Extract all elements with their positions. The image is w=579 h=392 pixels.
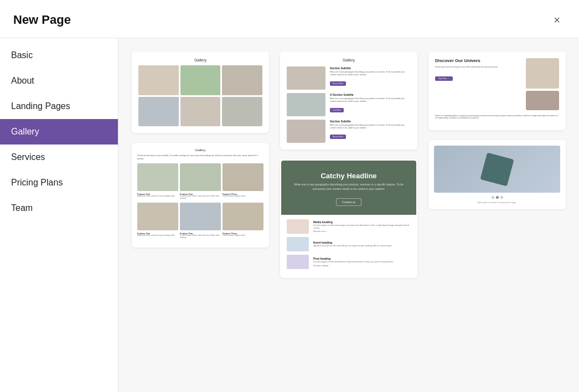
feature-desc-1: Adapt these three columns to fit your de…: [137, 195, 178, 198]
sidebar-item-team[interactable]: Team: [0, 195, 118, 221]
side-text-1: Section Subtitle Write one or two paragr…: [330, 66, 411, 86]
gallery-sidelist-title: Gallery: [287, 58, 411, 62]
object-main-image: [434, 146, 560, 193]
sidebar-item-pricing-plans[interactable]: Pricing Plans: [0, 170, 118, 195]
template-card-gallery-sidelist[interactable]: Gallery Section Subtitle Write one or tw…: [280, 51, 417, 149]
object-dot-1: [492, 196, 494, 199]
catchy-list-link-1[interactable]: Discover more →: [313, 230, 411, 233]
gallery-cell-1: [138, 65, 179, 95]
side-image-1: [287, 66, 325, 90]
universe-sub: Great stories are for everyone even when…: [435, 66, 523, 69]
catchy-list-desc-2: Speakers from all over the world will jo…: [313, 245, 411, 247]
side-text-3: Section Subtitle Write one or two paragr…: [330, 120, 411, 140]
sidebar-item-landing-pages[interactable]: Landing Pages: [0, 94, 118, 119]
side-image-2: [287, 93, 325, 116]
gallery-cell-5: [180, 97, 221, 127]
universe-inner: Discover Our Univers Great stories are f…: [430, 53, 565, 129]
catchy-hero: Catchy Headline Write one or two paragra…: [281, 161, 416, 215]
template-column-2: Gallery Section Subtitle Write one or tw…: [280, 51, 417, 278]
template-column-1: Gallery Gallery: [132, 51, 269, 247]
side-desc-1: Write one or two paragraphs describing y…: [330, 71, 411, 76]
close-button[interactable]: ×: [548, 11, 566, 29]
object-inner: Add a caption to enhance the meaning of …: [430, 141, 565, 208]
catchy-list-item-3: Post heading Use this snippet to add a f…: [287, 255, 411, 269]
object-shape: [480, 152, 514, 186]
catchy-list-text-3: Post heading Use this snippet to add a f…: [313, 257, 411, 267]
sidebar-item-gallery[interactable]: Gallery: [0, 119, 118, 145]
gallery-cell-6: [222, 97, 262, 127]
feature-desc-2: To add a fourth column, reduce the size …: [180, 195, 221, 200]
object-dot-2: [496, 196, 499, 199]
side-subtitle-2: A Section Subtitle: [330, 93, 411, 96]
template-card-gallery-features[interactable]: Gallery Great stories have a personality…: [132, 143, 269, 247]
gallery-grid-inner: Gallery: [133, 53, 268, 132]
feature-desc-6: Click the above image to edit it.: [223, 235, 263, 237]
side-btn-3[interactable]: Discover More: [330, 135, 346, 139]
side-btn-2[interactable]: Learn More: [330, 108, 344, 112]
feature-item-1: Feature One Adapt these three columns to…: [137, 163, 178, 200]
feature-item-4: Feature One Adapt these three columns to…: [137, 203, 178, 239]
modal-body: Basic About Landing Pages Gallery Servic…: [0, 38, 579, 392]
sidebar-item-services[interactable]: Services: [0, 145, 118, 170]
catchy-list-desc-1: Use this snippet to build various types …: [313, 224, 411, 230]
catchy-list-image-2: [287, 237, 309, 251]
side-item-1: Section Subtitle Write one or two paragr…: [287, 66, 411, 90]
universe-headline: Discover Our Univers: [435, 58, 523, 64]
template-card-object[interactable]: Add a caption to enhance the meaning of …: [428, 140, 566, 209]
catchy-sub: Write one or two paragraphs describing y…: [290, 183, 407, 191]
feature-item-2: Feature Two To add a fourth column, redu…: [180, 163, 221, 200]
side-desc-3: Write one or two paragraphs describing y…: [330, 124, 411, 130]
feature-image-5: [180, 203, 221, 230]
catchy-list-heading-3: Post heading: [313, 257, 411, 260]
feature-desc-3: Click the above image to edit it.: [223, 195, 263, 198]
universe-images: [526, 58, 559, 110]
template-card-gallery-grid[interactable]: Gallery: [132, 51, 269, 133]
catchy-list-heading-2: Event heading: [313, 241, 411, 244]
object-main-inner: [434, 146, 560, 193]
catchy-headline: Catchy Headline: [290, 172, 407, 180]
catchy-list-item-1: Media heading Use this snippet to build …: [287, 219, 411, 234]
side-item-2: A Section Subtitle Write one or two para…: [287, 93, 411, 116]
catchy-inner: Catchy Headline Write one or two paragra…: [281, 161, 416, 277]
modal-header: New Page ×: [0, 0, 579, 38]
sidebar: Basic About Landing Pages Gallery Servic…: [0, 38, 118, 392]
catchy-list-text-1: Media heading Use this snippet to build …: [313, 220, 411, 233]
universe-desc: Explore our captivating gallery, a visua…: [435, 115, 559, 119]
object-caption: Add a caption to enhance the meaning of …: [434, 202, 560, 204]
universe-room-image: [526, 58, 559, 89]
side-subtitle-3: Section Subtitle: [330, 120, 411, 123]
template-card-universe[interactable]: Discover Our Univers Great stories are f…: [428, 51, 566, 130]
side-desc-2: Write one or two paragraphs describing y…: [330, 97, 411, 103]
gallery-cell-2: [180, 65, 221, 95]
gallery-grid-title: Gallery: [138, 58, 262, 62]
feature-desc-4: Adapt these three columns to fit your de…: [137, 235, 178, 237]
universe-person-image: [526, 91, 559, 110]
universe-hero: Discover Our Univers Great stories are f…: [435, 58, 559, 110]
feature-image-3: [223, 163, 263, 191]
feature-item-3: Feature Three Click the above image to e…: [223, 163, 263, 200]
side-list: Section Subtitle Write one or two paragr…: [287, 66, 411, 143]
feature-image-6: [223, 203, 263, 230]
feature-item-6: Feature Three Click the above image to e…: [223, 203, 263, 239]
catchy-list-item-2: Event heading Speakers from all over the…: [287, 237, 411, 251]
catchy-list-heading-1: Media heading: [313, 220, 411, 224]
side-btn-1[interactable]: Discover More: [330, 81, 346, 86]
gallery-grid: [138, 65, 262, 126]
catchy-list: Media heading Use this snippet to build …: [281, 215, 416, 277]
side-text-2: A Section Subtitle Write one or two para…: [330, 93, 411, 113]
sidebar-item-basic[interactable]: Basic: [0, 43, 118, 68]
content-area: Gallery Gallery: [118, 38, 579, 392]
catchy-list-text-2: Event heading Speakers from all over the…: [313, 241, 411, 247]
modal-container: New Page × Basic About Landing Pages Gal…: [0, 0, 579, 392]
feature-image-1: [137, 163, 178, 191]
catchy-cta-btn[interactable]: Contact us: [336, 198, 361, 206]
universe-btn[interactable]: Start Now →: [435, 76, 453, 81]
catchy-list-image-3: [287, 255, 309, 269]
side-subtitle-1: Section Subtitle: [330, 66, 411, 70]
catchy-list-image-1: [287, 219, 309, 234]
template-card-catchy[interactable]: Catchy Headline Write one or two paragra…: [280, 159, 417, 278]
feature-grid-top: Feature One Adapt these three columns to…: [137, 163, 263, 200]
catchy-list-link-3[interactable]: Continue reading →: [313, 265, 411, 267]
sidebar-item-about[interactable]: About: [0, 68, 118, 94]
feature-item-5: Feature Two To add a fourth column, redu…: [180, 203, 221, 239]
